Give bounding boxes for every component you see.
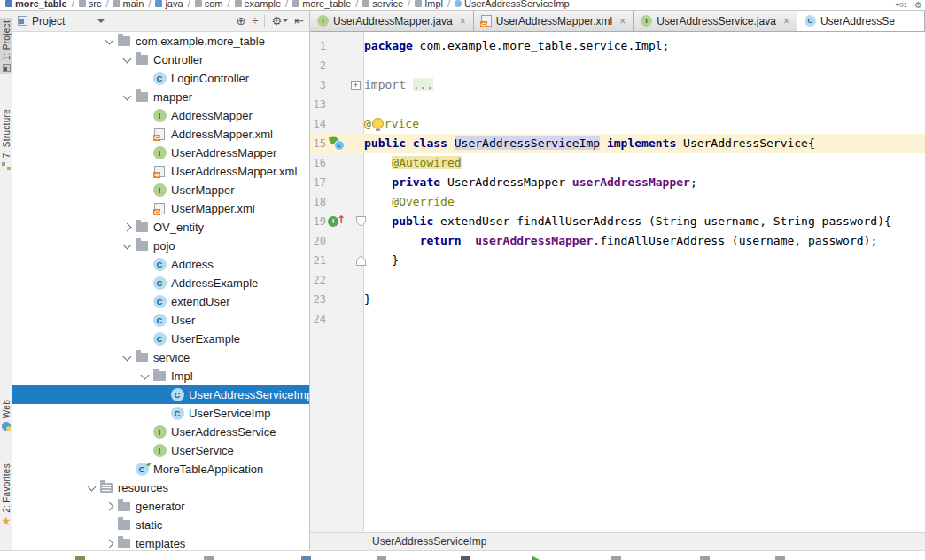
tree-row[interactable]: static — [12, 516, 309, 534]
sidebar-button-structure[interactable]: 7: Structure — [0, 106, 12, 173]
line-number[interactable]: 1 — [310, 36, 326, 56]
breadcrumb-item[interactable]: java — [155, 0, 183, 9]
tab-useraddressse[interactable]: CUserAddressSe — [797, 11, 925, 31]
tree-row[interactable]: templates — [12, 534, 309, 550]
line-number[interactable]: 24 — [310, 309, 326, 329]
line-number[interactable]: 22 — [310, 270, 326, 290]
chevron-open-icon[interactable] — [136, 375, 152, 378]
close-icon[interactable]: × — [783, 15, 789, 27]
spring-bean-icon[interactable]: c — [330, 136, 345, 151]
tree-row[interactable]: CAddressExample — [12, 274, 309, 292]
fold-handle-icon[interactable] — [356, 216, 366, 227]
editor-line[interactable]: 16 @Autowired — [310, 153, 925, 173]
tree-row[interactable]: Controller — [12, 51, 309, 69]
line-number[interactable]: 19 — [310, 212, 326, 231]
chevron-open-icon[interactable] — [119, 245, 135, 248]
editor-line[interactable]: 17 private UserAddressMapper userAddress… — [310, 173, 925, 192]
collapse-all-icon[interactable]: ÷ — [252, 15, 258, 27]
tree-row[interactable]: resources — [12, 478, 309, 497]
tree-row[interactable]: IAddressMapper — [12, 106, 309, 125]
line-number[interactable]: 14 — [310, 114, 326, 134]
tree-row[interactable]: com.example.more_table — [12, 32, 309, 51]
chevron-closed-icon[interactable] — [101, 541, 117, 547]
gear-green-icon[interactable]: ⚙ — [914, 0, 922, 10]
chevron-closed-icon[interactable] — [119, 224, 135, 230]
tree-row[interactable]: <>UserMapper.xml — [12, 199, 309, 218]
tree-row[interactable]: CUser — [12, 311, 309, 330]
bottom-bar-icon[interactable] — [204, 556, 214, 560]
editor-breadcrumb-item[interactable]: UserAddressServiceImp — [372, 535, 486, 548]
breadcrumb-item[interactable]: more_table — [5, 0, 67, 9]
line-number[interactable]: 18 — [310, 192, 326, 212]
chevron-open-icon[interactable] — [101, 40, 117, 43]
chevron-open-icon[interactable] — [119, 58, 135, 62]
editor-line[interactable]: 15cpublic class UserAddressServiceImp im… — [310, 134, 925, 153]
tree-row[interactable]: IUserAddressMapper — [12, 144, 309, 162]
sidebar-button-project[interactable]: 1: Project — [0, 18, 12, 74]
tree-row[interactable]: generator — [12, 497, 309, 516]
bottom-bar-icon[interactable] — [775, 556, 785, 560]
bottom-bar-icon[interactable] — [611, 556, 621, 560]
tree-row[interactable]: pojo — [12, 237, 309, 255]
counter-icon[interactable]: +01 — [895, 1, 907, 9]
editor-line[interactable]: 3+import ... — [310, 75, 925, 95]
locate-icon[interactable]: ⊕ — [236, 15, 245, 27]
tree-row[interactable]: CLoginController — [12, 69, 309, 88]
line-number[interactable]: 2 — [310, 56, 326, 75]
line-number[interactable]: 21 — [310, 251, 326, 270]
editor-line[interactable]: 18 @Override — [310, 192, 925, 212]
sidebar-button-star[interactable]: 2: Favorites★ — [0, 461, 12, 528]
editor-line[interactable]: 2 — [310, 56, 925, 75]
editor-line[interactable]: 24 — [310, 309, 925, 329]
tree-row[interactable]: IUserService — [12, 441, 309, 460]
chevron-open-icon[interactable] — [119, 356, 135, 360]
editor-line[interactable]: 19I↑ public extendUser findAllUserAddres… — [310, 212, 925, 231]
tree-row[interactable]: <>AddressMapper.xml — [12, 125, 309, 144]
tab-useraddressmapper-xml[interactable]: <>UserAddressMapper.xml× — [474, 11, 634, 31]
breadcrumb-item[interactable]: service — [362, 0, 403, 9]
tree-row[interactable]: CMoreTableApplication — [12, 460, 309, 478]
fold-plus-icon[interactable]: + — [351, 81, 361, 90]
editor-line[interactable]: 14@rvice — [310, 114, 925, 134]
line-number[interactable]: 17 — [310, 173, 326, 192]
code-editor[interactable]: 1package com.example.more_table.service.… — [310, 32, 925, 532]
tree-row[interactable]: service — [12, 348, 309, 367]
line-number[interactable]: 15 — [310, 134, 326, 153]
editor-line[interactable]: 13 — [310, 95, 925, 114]
tree-row[interactable]: IUserMapper — [12, 181, 309, 199]
tree-row[interactable]: CUserServiceImp — [12, 404, 309, 423]
tree-row[interactable]: CextendUser — [12, 292, 309, 311]
breadcrumb-item[interactable]: com — [195, 0, 223, 9]
bottom-bar-icon[interactable] — [301, 556, 311, 560]
line-number[interactable]: 20 — [310, 231, 326, 251]
chevron-open-icon[interactable] — [119, 96, 135, 99]
bottom-bar-icon[interactable] — [700, 556, 710, 560]
line-number[interactable]: 23 — [310, 290, 326, 309]
override-marker-icon[interactable]: I↑ — [328, 215, 346, 228]
editor-line[interactable]: 1package com.example.more_table.service.… — [310, 36, 925, 56]
tree-row[interactable]: mapper — [12, 88, 309, 106]
tree-row[interactable]: OV_entity — [12, 218, 309, 237]
line-number[interactable]: 13 — [310, 95, 326, 114]
breadcrumb-item[interactable]: more_table — [292, 0, 351, 9]
tree-row[interactable]: <>UserAddressMapper.xml — [12, 162, 309, 181]
editor-line[interactable]: 21 } — [310, 251, 925, 270]
bottom-bar-icon[interactable] — [532, 556, 540, 560]
tree-row[interactable]: CUserAddressServiceImp — [12, 385, 309, 404]
tree-row[interactable]: Impl — [12, 367, 309, 385]
editor-line[interactable]: 23} — [310, 290, 925, 309]
bottom-bar-icon[interactable] — [75, 556, 85, 560]
tab-useraddressservice-java[interactable]: IUserAddressService.java× — [634, 11, 797, 31]
close-icon[interactable]: × — [460, 15, 466, 27]
breadcrumb-item[interactable]: src — [79, 0, 102, 9]
tab-useraddressmapper-java[interactable]: IUserAddressMapper.java× — [310, 11, 474, 31]
bottom-bar-icon[interactable] — [461, 556, 470, 560]
chevron-down-icon[interactable] — [97, 19, 105, 23]
bottom-bar-icon[interactable] — [377, 556, 386, 560]
breadcrumb-item[interactable]: main — [113, 0, 144, 9]
close-icon[interactable]: × — [619, 15, 626, 27]
breadcrumb-item[interactable]: example — [235, 0, 282, 9]
breadcrumb-item[interactable]: UserAddressServiceImp — [455, 0, 570, 9]
tree-row[interactable]: IUserAddressService — [12, 423, 309, 441]
tree-row[interactable]: CAddress — [12, 255, 309, 274]
